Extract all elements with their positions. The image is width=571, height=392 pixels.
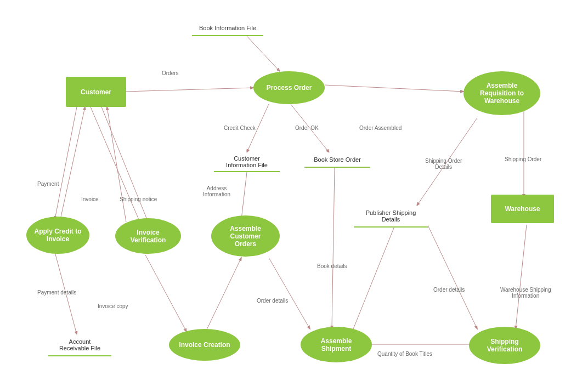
invoice-creation-node[interactable]: Invoice Creation xyxy=(169,329,240,361)
book-info-file: Book Information File xyxy=(192,21,263,36)
svg-line-5 xyxy=(55,107,77,219)
invoice-verification-node[interactable]: Invoice Verification xyxy=(115,218,181,254)
svg-line-12 xyxy=(269,258,310,329)
svg-line-8 xyxy=(241,172,247,219)
edge-label-book-details: Book details xyxy=(317,263,347,269)
svg-line-10 xyxy=(417,118,477,206)
svg-line-18 xyxy=(516,225,527,329)
edge-label-order-assembled: Order Assembled xyxy=(359,125,402,131)
edge-label-invoice-copy: Invoice copy xyxy=(98,303,128,309)
apply-credit-node[interactable]: Apply Credit to Invoice xyxy=(26,217,89,254)
svg-line-11 xyxy=(332,168,335,329)
process-order-node[interactable]: Process Order xyxy=(253,71,325,104)
edge-label-warehouse-shipping: Warehouse Shipping Information xyxy=(500,287,551,299)
assemble-customer-node[interactable]: Assemble Customer Orders xyxy=(211,215,280,257)
edge-label-quantity: Quantity of Book Titles xyxy=(377,351,432,357)
customer-info-file: Customer Information File xyxy=(214,152,280,172)
warehouse-node[interactable]: Warehouse xyxy=(491,195,554,223)
svg-line-13 xyxy=(55,252,77,334)
edge-label-orders: Orders xyxy=(162,70,179,76)
edge-label-credit-check: Credit Check xyxy=(224,125,256,131)
svg-line-2 xyxy=(247,104,269,152)
customer-node[interactable]: Customer xyxy=(66,77,126,107)
svg-line-16 xyxy=(107,107,126,222)
account-receivable-node: Account Receivable File xyxy=(48,334,111,356)
svg-line-15 xyxy=(60,107,85,219)
shipping-verification-node[interactable]: Shipping Verification xyxy=(469,327,540,364)
svg-line-1 xyxy=(126,88,253,92)
assemble-shipment-node[interactable]: Assemble Shipment xyxy=(301,327,372,362)
book-store-order: Book Store Order xyxy=(304,152,370,168)
svg-line-17 xyxy=(351,225,395,334)
edge-label-order-details-pub: Order details xyxy=(433,287,465,293)
svg-line-7 xyxy=(101,107,148,222)
svg-line-6 xyxy=(91,107,140,222)
edge-label-order-ok: Order OK xyxy=(295,125,319,131)
svg-line-3 xyxy=(291,104,329,152)
edge-label-shipping-notice: Shipping notice xyxy=(120,196,157,202)
edge-label-payment: Payment xyxy=(37,181,59,187)
edge-label-shipping-order-details: Shipping Order Details xyxy=(425,158,462,170)
svg-line-4 xyxy=(325,85,463,92)
svg-line-14 xyxy=(145,255,186,332)
edge-label-order-details-ship: Order details xyxy=(257,298,288,304)
svg-line-21 xyxy=(206,258,241,332)
edge-label-shipping-order: Shipping Order xyxy=(505,156,541,162)
svg-line-19 xyxy=(428,225,477,329)
edge-label-address-info: Address Information xyxy=(203,185,230,197)
assemble-req-node[interactable]: Assemble Requisition to Warehouse xyxy=(463,71,540,115)
edge-label-invoice: Invoice xyxy=(81,196,99,202)
svg-line-0 xyxy=(247,36,280,71)
publisher-shipping-node: Publisher Shipping Details xyxy=(354,206,428,228)
edge-label-payment-details: Payment details xyxy=(37,289,76,296)
